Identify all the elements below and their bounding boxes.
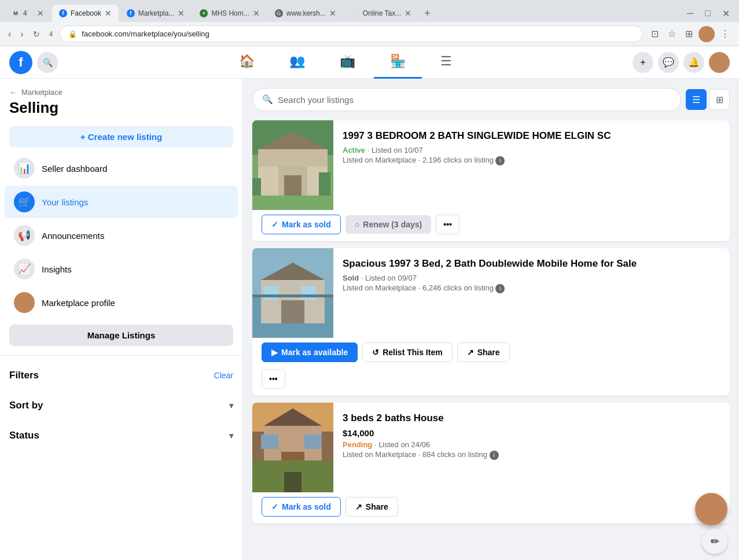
mark-as-sold-button-1[interactable]: ✓ Mark as sold bbox=[262, 215, 341, 234]
sort-by-label: Sort by bbox=[9, 400, 43, 411]
browser-tab-1[interactable]: M 4 ✕ bbox=[5, 5, 51, 22]
address-bar[interactable]: 🔒 facebook.com/marketplace/you/selling bbox=[60, 25, 643, 42]
reload-button[interactable]: ↻ bbox=[31, 27, 42, 41]
mark-as-available-button-2[interactable]: ▶ Mark as available bbox=[262, 342, 358, 362]
tab-close-4[interactable]: ✕ bbox=[253, 9, 260, 18]
clear-filters-link[interactable]: Clear bbox=[214, 371, 233, 380]
manage-listings-button[interactable]: Manage Listings bbox=[9, 325, 233, 346]
browser-tab-3[interactable]: f Marketpla... ✕ bbox=[120, 5, 192, 22]
sidebar-title: Selling bbox=[9, 99, 233, 117]
window-controls: ─ □ ✕ bbox=[682, 7, 734, 20]
mark-as-sold-button-3[interactable]: ✓ Mark as sold bbox=[262, 497, 341, 517]
sidebar-item-insights[interactable]: 📈 Insights bbox=[5, 253, 238, 285]
info-icon-1[interactable]: i bbox=[495, 156, 505, 165]
lock-icon: 🔒 bbox=[68, 30, 77, 38]
new-tab-button[interactable]: + bbox=[420, 5, 435, 22]
facebook-search-button[interactable]: 🔍 bbox=[37, 52, 58, 73]
svg-rect-25 bbox=[284, 472, 302, 492]
sidebar-item-seller-dashboard[interactable]: 📊 Seller dashboard bbox=[5, 152, 238, 185]
info-icon-3[interactable]: i bbox=[490, 451, 499, 460]
relist-button-2[interactable]: ↺ Relist This Item bbox=[362, 342, 452, 362]
sidebar-item-announcements[interactable]: 📢 Announcements bbox=[5, 219, 238, 252]
announcements-label: Announcements bbox=[42, 231, 104, 241]
share-button-3[interactable]: ↗ Share bbox=[345, 497, 398, 517]
search-bar-row: 🔍 Search your listings ☰ ⊞ bbox=[252, 88, 730, 111]
sidebar-toggle[interactable]: ⊞ bbox=[682, 26, 696, 42]
nav-marketplace[interactable]: 🏪 bbox=[374, 46, 422, 79]
user-avatar[interactable] bbox=[709, 52, 730, 73]
menu-icon: ☰ bbox=[440, 54, 452, 69]
sidebar-back-label: Marketplace bbox=[21, 88, 62, 97]
listing-clicks-1: Listed on Marketplace · 2,196 clicks on … bbox=[343, 156, 494, 164]
close-button[interactable]: ✕ bbox=[718, 7, 734, 20]
share-button-2[interactable]: ↗ Share bbox=[457, 342, 510, 362]
maximize-button[interactable]: □ bbox=[700, 7, 715, 20]
browser-tab-6[interactable]: Online Tax... ✕ bbox=[344, 5, 418, 22]
search-bar[interactable]: 🔍 Search your listings bbox=[252, 88, 681, 111]
back-button[interactable]: ‹ bbox=[6, 27, 13, 42]
create-button[interactable]: + bbox=[633, 52, 653, 73]
sidebar-item-marketplace-profile[interactable]: Marketplace profile bbox=[5, 286, 238, 319]
status-header[interactable]: Status ▾ bbox=[9, 425, 233, 446]
minimize-button[interactable]: ─ bbox=[682, 7, 698, 20]
bookmark-button[interactable]: ☆ bbox=[664, 26, 679, 42]
tab-close-5[interactable]: ✕ bbox=[329, 9, 336, 18]
nav-menu[interactable]: ☰ bbox=[424, 46, 468, 79]
notifications-button[interactable]: 🔔 bbox=[683, 52, 704, 73]
listing-marketplace-info-3: Listed on Marketplace · 884 clicks on li… bbox=[343, 450, 720, 460]
listing-marketplace-info-2: Listed on Marketplace · 6,246 clicks on … bbox=[343, 283, 720, 293]
facebook-nav: f 🔍 🏠 👥 📺 🏪 ☰ + 💬 🔔 bbox=[0, 46, 739, 79]
messenger-button[interactable]: 💬 bbox=[658, 52, 679, 73]
sidebar: ← Marketplace Selling + Create new listi… bbox=[0, 79, 243, 560]
plus-icon: + Create new listing bbox=[80, 132, 162, 142]
tab-close-6[interactable]: ✕ bbox=[405, 9, 411, 18]
grid-view-button[interactable]: ⊞ bbox=[709, 89, 730, 110]
forward-button[interactable]: › bbox=[18, 27, 25, 42]
info-icon-2[interactable]: i bbox=[495, 284, 505, 293]
sort-by-header[interactable]: Sort by ▾ bbox=[9, 395, 233, 416]
browser-tab-4[interactable]: + MHS Hom... ✕ bbox=[193, 5, 266, 22]
menu-button[interactable]: ⋮ bbox=[717, 26, 733, 42]
tab-title-4: MHS Hom... bbox=[211, 9, 249, 17]
nav-friends[interactable]: 👥 bbox=[273, 46, 321, 79]
content-area: 🔍 Search your listings ☰ ⊞ bbox=[243, 79, 739, 560]
listing-actions-2: ▶ Mark as available ↺ Relist This Item ↗… bbox=[252, 338, 730, 369]
mark-as-sold-label-3: Mark as sold bbox=[282, 502, 331, 511]
listing-active-badge-1: Active bbox=[343, 146, 365, 154]
sidebar-item-your-listings[interactable]: 🛒 Your listings bbox=[5, 186, 238, 218]
listing-status-2: Sold · Listed on 09/07 bbox=[343, 274, 720, 282]
more-button-1[interactable]: ••• bbox=[436, 215, 459, 234]
tab-title-3: Marketpla... bbox=[138, 9, 175, 17]
marketplace-profile-avatar bbox=[14, 292, 35, 313]
tab-close-2[interactable]: ✕ bbox=[105, 9, 112, 18]
tab-close-1[interactable]: ✕ bbox=[37, 9, 44, 18]
profile-avatar[interactable] bbox=[698, 26, 715, 42]
tab-title-5: www.kersh... bbox=[286, 9, 326, 17]
tab-close-3[interactable]: ✕ bbox=[178, 9, 185, 18]
svg-rect-7 bbox=[252, 178, 261, 196]
listing-card-inner-2: Spacious 1997 3 Bed, 2 Bath Doublewide M… bbox=[252, 248, 730, 338]
mark-as-available-label-2: Mark as available bbox=[281, 348, 348, 357]
nav-home[interactable]: 🏠 bbox=[223, 46, 271, 79]
more-button-2[interactable]: ••• bbox=[262, 369, 285, 389]
float-notification[interactable] bbox=[695, 493, 727, 525]
nav-watch[interactable]: 📺 bbox=[323, 46, 372, 79]
tab-favicon-1: M bbox=[12, 9, 20, 17]
svg-rect-5 bbox=[284, 175, 302, 196]
cast-button[interactable]: ⊡ bbox=[648, 26, 662, 42]
search-icon: 🔍 bbox=[262, 94, 273, 105]
more-icon-2: ••• bbox=[269, 374, 278, 384]
sidebar-header: ← Marketplace Selling bbox=[0, 79, 242, 121]
renew-button-1[interactable]: ○ Renew (3 days) bbox=[345, 215, 431, 234]
create-listing-button[interactable]: + Create new listing bbox=[9, 126, 233, 148]
facebook-logo[interactable]: f bbox=[9, 51, 32, 74]
browser-tab-5[interactable]: G www.kersh... ✕ bbox=[268, 5, 343, 22]
float-edit-button[interactable]: ✏ bbox=[702, 529, 727, 554]
browser-tab-2[interactable]: f Facebook ✕ bbox=[52, 5, 119, 22]
filters-header[interactable]: Filters Clear bbox=[9, 365, 233, 386]
list-view-button[interactable]: ☰ bbox=[686, 89, 707, 110]
sidebar-sort-section: Sort by ▾ bbox=[0, 390, 242, 421]
more-icon-1: ••• bbox=[443, 220, 452, 229]
seller-dashboard-label: Seller dashboard bbox=[42, 164, 107, 174]
sidebar-back[interactable]: ← Marketplace bbox=[9, 88, 233, 97]
